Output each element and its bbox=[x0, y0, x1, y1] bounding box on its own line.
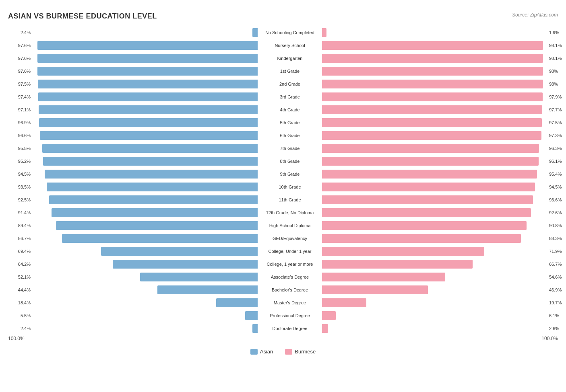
bar-row: 93.5%10th Grade94.5% bbox=[8, 181, 558, 193]
bar-right-value: 88.3% bbox=[547, 236, 566, 241]
bar-center-label: Kindergarten bbox=[258, 56, 322, 61]
left-section bbox=[32, 80, 258, 88]
right-section bbox=[322, 260, 547, 269]
bar-row: 95.2%8th Grade96.1% bbox=[8, 156, 558, 167]
left-section bbox=[32, 144, 258, 153]
bar-row: 92.5%11th Grade93.6% bbox=[8, 194, 558, 205]
bar-center-label: College, Under 1 year bbox=[258, 249, 322, 254]
right-section bbox=[322, 298, 547, 307]
right-section bbox=[322, 28, 547, 37]
right-section bbox=[322, 92, 547, 101]
burmese-bar bbox=[322, 54, 543, 63]
bar-row: 2.4%Doctorate Degree2.6% bbox=[8, 323, 558, 334]
left-section bbox=[32, 285, 258, 294]
bottom-label-right: 100.0% bbox=[541, 336, 558, 341]
bar-row: 18.4%Master's Degree19.7% bbox=[8, 297, 558, 308]
right-section bbox=[322, 118, 547, 127]
bar-left-value: 97.4% bbox=[8, 94, 32, 99]
bar-center-label: Doctorate Degree bbox=[258, 326, 322, 331]
burmese-bar bbox=[322, 273, 445, 281]
bar-left-value: 95.5% bbox=[8, 146, 32, 151]
bar-right-value: 90.8% bbox=[547, 223, 566, 228]
burmese-bar bbox=[322, 131, 541, 140]
bar-right-value: 97.9% bbox=[547, 94, 566, 99]
bar-center-label: 6th Grade bbox=[258, 133, 322, 138]
asian-bar bbox=[252, 324, 258, 333]
bar-right-value: 54.6% bbox=[547, 275, 566, 279]
legend-asian: Asian bbox=[250, 349, 273, 355]
bar-center-label: High School Diploma bbox=[258, 223, 322, 228]
right-section bbox=[322, 234, 547, 243]
asian-bar bbox=[49, 195, 258, 204]
left-section bbox=[32, 67, 258, 76]
bar-center-label: 7th Grade bbox=[258, 146, 322, 151]
burmese-bar bbox=[322, 80, 543, 88]
bar-center-label: 11th Grade bbox=[258, 197, 322, 202]
bar-center-label: 9th Grade bbox=[258, 172, 322, 177]
bar-row: 64.2%College, 1 year or more66.7% bbox=[8, 259, 558, 270]
left-section bbox=[32, 183, 258, 191]
bar-right-value: 98.1% bbox=[547, 56, 566, 61]
asian-bar bbox=[113, 260, 258, 269]
left-section bbox=[32, 92, 258, 101]
bar-row: 52.1%Associate's Degree54.6% bbox=[8, 271, 558, 283]
right-section bbox=[322, 41, 547, 50]
bar-center-label: 2nd Grade bbox=[258, 82, 322, 86]
bar-left-value: 2.4% bbox=[8, 30, 32, 35]
burmese-bar bbox=[322, 247, 484, 256]
bar-left-value: 97.1% bbox=[8, 107, 32, 112]
bar-left-value: 52.1% bbox=[8, 275, 32, 279]
bar-center-label: College, 1 year or more bbox=[258, 262, 322, 267]
right-section bbox=[322, 247, 547, 256]
left-section bbox=[32, 131, 258, 140]
bar-left-value: 92.5% bbox=[8, 197, 32, 202]
left-section bbox=[32, 324, 258, 333]
bar-row: 97.4%3rd Grade97.9% bbox=[8, 91, 558, 103]
asian-bar bbox=[38, 80, 258, 88]
bar-center-label: 10th Grade bbox=[258, 185, 322, 189]
asian-bar bbox=[40, 131, 258, 140]
bar-row: 97.6%Nursery School98.1% bbox=[8, 40, 558, 51]
left-section bbox=[32, 273, 258, 281]
asian-bar bbox=[43, 157, 258, 166]
asian-bar bbox=[157, 285, 258, 294]
bar-left-value: 86.7% bbox=[8, 236, 32, 241]
right-section bbox=[322, 183, 547, 191]
asian-bar bbox=[101, 247, 258, 256]
bar-right-value: 97.5% bbox=[547, 120, 566, 125]
right-section bbox=[322, 170, 547, 179]
burmese-bar bbox=[322, 285, 428, 294]
asian-bar bbox=[42, 144, 258, 153]
bar-row: 89.4%High School Diploma90.8% bbox=[8, 220, 558, 231]
asian-bar bbox=[45, 170, 258, 179]
bar-right-value: 94.5% bbox=[547, 185, 566, 189]
source-text: Source: ZipAtlas.com bbox=[512, 12, 558, 18]
left-section bbox=[32, 221, 258, 230]
burmese-bar bbox=[322, 41, 543, 50]
bar-row: 69.4%College, Under 1 year71.9% bbox=[8, 246, 558, 257]
left-section bbox=[32, 54, 258, 63]
bar-left-value: 97.5% bbox=[8, 82, 32, 86]
asian-bar bbox=[38, 92, 258, 101]
chart-title: ASIAN VS BURMESE EDUCATION LEVEL bbox=[8, 12, 558, 21]
bar-row: 2.4%No Schooling Completed1.9% bbox=[8, 27, 558, 38]
bar-right-value: 93.6% bbox=[547, 197, 566, 202]
bottom-labels: 100.0% 100.0% bbox=[8, 336, 558, 341]
burmese-bar bbox=[322, 144, 539, 153]
left-section bbox=[32, 260, 258, 269]
bar-left-value: 69.4% bbox=[8, 249, 32, 254]
chart-area: 2.4%No Schooling Completed1.9%97.6%Nurse… bbox=[8, 27, 558, 334]
bar-center-label: 12th Grade, No Diploma bbox=[258, 210, 322, 215]
asian-bar bbox=[39, 118, 258, 127]
bar-row: 97.1%4th Grade97.7% bbox=[8, 104, 558, 115]
burmese-color-box bbox=[285, 349, 292, 355]
bar-right-value: 19.7% bbox=[547, 300, 566, 305]
left-section bbox=[32, 118, 258, 127]
burmese-bar bbox=[322, 67, 543, 76]
legend: Asian Burmese bbox=[8, 349, 558, 355]
bar-center-label: Professional Degree bbox=[258, 313, 322, 318]
chart-container: ASIAN VS BURMESE EDUCATION LEVEL Source:… bbox=[0, 0, 566, 392]
right-section bbox=[322, 80, 547, 88]
left-section bbox=[32, 247, 258, 256]
bar-row: 96.9%5th Grade97.5% bbox=[8, 117, 558, 128]
